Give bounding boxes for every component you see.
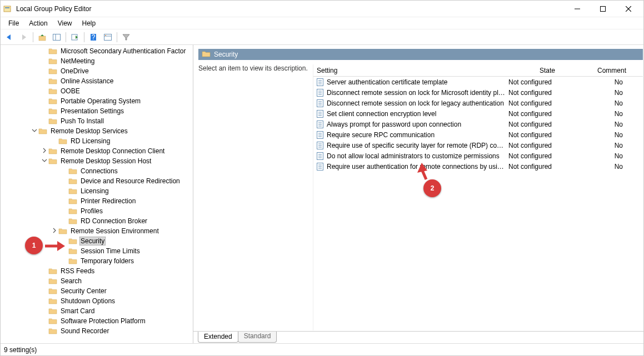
tree-node-label: Remote Desktop Session Host [59,157,152,165]
extended-view: Select an item to view its description. … [198,64,643,330]
maximize-button[interactable] [590,1,616,17]
setting-name: Require secure RPC communication [327,131,505,139]
back-button[interactable] [3,31,16,43]
tree-node[interactable]: RSS Feeds [1,266,193,276]
settings-row[interactable]: Server authentication certificate templa… [313,77,643,87]
tree-node-label: Remote Desktop Connection Client [59,147,166,155]
folder-icon [48,157,57,165]
settings-row[interactable]: Require secure RPC communicationNot conf… [313,129,643,140]
tree-node[interactable]: RD Licensing [1,136,193,146]
tree-node[interactable]: Portable Operating System [1,96,193,106]
settings-row[interactable]: Disconnect remote session on lock for le… [313,98,643,108]
tree-node[interactable]: Temporary folders [1,256,193,266]
help-button[interactable]: ? [87,31,100,43]
tree-node[interactable]: Connections [1,166,193,176]
properties-button[interactable] [101,31,114,43]
toolbar: ? [1,29,643,45]
tree-node-label: Remote Desktop Services [49,127,129,135]
chevron-right-icon[interactable] [41,148,48,154]
setting-state: Not configured [505,131,590,139]
forward-button[interactable] [17,31,31,43]
folder-icon [68,217,77,225]
path-header-label: Security [214,51,238,58]
tree-node-label: Microsoft Secondary Authentication Facto… [59,47,187,55]
tree-node[interactable]: Device and Resource Redirection [1,176,193,186]
settings-row[interactable]: Disconnect remote session on lock for Mi… [313,87,643,98]
tree-node[interactable]: Presentation Settings [1,106,193,116]
tree-pane: Microsoft Secondary Authentication Facto… [1,45,193,343]
setting-comment: No [590,89,643,97]
tree-node-label: OOBE [59,87,81,95]
tree-node[interactable]: OOBE [1,86,193,96]
chevron-down-icon[interactable] [41,158,48,164]
tree-node[interactable]: OneDrive [1,66,193,76]
tab-standard[interactable]: Standard [238,332,277,343]
statusbar: 9 setting(s) [1,343,643,355]
tree-node[interactable]: Sound Recorder [1,326,193,336]
tree-node[interactable]: Remote Desktop Connection Client [1,146,193,156]
tree-node-label: Remote Session Environment [69,227,160,235]
settings-row[interactable]: Require use of specific security layer f… [313,140,643,151]
folder-icon [68,257,77,265]
settings-body: Server authentication certificate templa… [313,77,643,330]
tree: Microsoft Secondary Authentication Facto… [1,45,193,342]
tree-node[interactable]: Licensing [1,186,193,196]
tree-node-label: RSS Feeds [59,267,96,275]
tree-node[interactable]: RD Connection Broker [1,216,193,226]
tree-node[interactable]: Push To Install [1,116,193,126]
filter-button[interactable] [119,31,133,43]
tree-node[interactable]: Online Assistance [1,76,193,86]
col-state-header[interactable]: State [505,67,590,74]
callout-1-arrow-icon [44,239,65,253]
tree-node-label: Security Center [59,287,108,295]
minimize-button[interactable] [565,1,590,17]
tab-extended[interactable]: Extended [198,332,238,343]
tree-node[interactable]: Software Protection Platform [1,316,193,326]
tree-node-label: RD Licensing [69,137,111,145]
up-folder-button[interactable] [36,31,49,43]
toolbar-sep-2 [66,32,66,42]
tree-node-label: Connections [79,167,119,175]
menu-file[interactable]: File [4,18,23,29]
right-content: Security Select an item to view its desc… [193,45,643,331]
menu-help[interactable]: Help [78,18,101,29]
col-setting-header[interactable]: Setting [313,67,505,74]
tree-node[interactable]: Security Center [1,286,193,296]
tree-scroll[interactable]: Microsoft Secondary Authentication Facto… [1,45,193,343]
tree-node[interactable]: Printer Redirection [1,196,193,206]
folder-icon [48,107,57,115]
tree-node[interactable]: Remote Desktop Services [1,126,193,136]
tree-node[interactable]: NetMeeting [1,56,193,66]
setting-comment: No [590,131,643,139]
tree-node[interactable]: Remote Desktop Session Host [1,156,193,166]
col-comment-header[interactable]: Comment [590,67,643,74]
chevron-right-icon[interactable] [51,228,58,234]
settings-row[interactable]: Always prompt for password upon connecti… [313,119,643,129]
setting-comment: No [590,99,643,107]
tree-node[interactable]: Profiles [1,206,193,216]
show-hide-tree-button[interactable] [50,31,63,43]
setting-name: Do not allow local administrators to cus… [327,152,505,160]
folder-icon [68,247,77,255]
tree-node[interactable]: Shutdown Options [1,296,193,306]
settings-row[interactable]: Set client connection encryption levelNo… [313,108,643,119]
policy-icon [316,109,325,118]
toolbar-sep-4 [117,32,117,42]
tree-node[interactable]: Microsoft Secondary Authentication Facto… [1,46,193,56]
settings-row[interactable]: Require user authentication for remote c… [313,161,643,172]
folder-icon [48,97,57,105]
menu-action[interactable]: Action [24,18,52,29]
menu-view[interactable]: View [53,18,77,29]
close-button[interactable] [616,1,641,17]
tree-node[interactable]: Remote Session Environment [1,226,193,236]
refresh-button[interactable] [68,31,82,43]
tree-node[interactable]: Search [1,276,193,286]
tree-node-label: Portable Operating System [59,97,142,105]
callout-1: 1 [25,237,43,254]
setting-name: Always prompt for password upon connecti… [327,121,505,128]
setting-comment: No [590,121,643,128]
chevron-down-icon[interactable] [31,128,38,134]
setting-comment: No [590,142,643,149]
settings-row[interactable]: Do not allow local administrators to cus… [313,151,643,161]
tree-node[interactable]: Smart Card [1,306,193,316]
